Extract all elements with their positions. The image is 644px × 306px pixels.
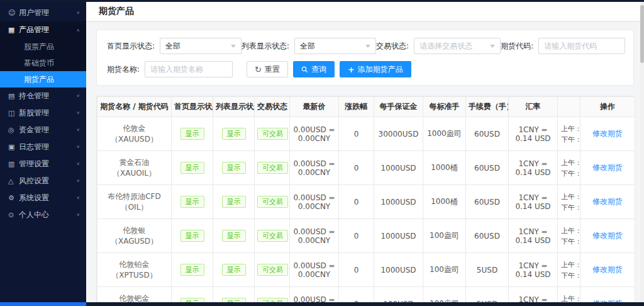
trade-time-afternoon: 下午： <box>561 168 577 179</box>
action-cell: 修改期货 <box>580 253 635 287</box>
futures-name-cell: 黄金石油（XAUOIL） <box>97 151 172 185</box>
table-row: 伦敦铂金（XPTUSD）显示显示可交易0.00USD = 0.00CNY0100… <box>97 253 635 287</box>
chevron-up-icon: ∧ <box>76 28 80 32</box>
plus-icon: + <box>348 65 355 74</box>
column-header: 汇率 <box>509 97 558 117</box>
futures-name-cell: 伦敦金（XAUUSD） <box>97 117 172 151</box>
edit-futures-link[interactable]: 修改期货 <box>592 129 623 138</box>
sidebar-item-label: 新股管理 <box>19 108 76 118</box>
std-lot-cell: 1000盎司 <box>423 117 466 151</box>
search-button-label: 查询 <box>311 64 326 75</box>
column-header: 首页显示状态 <box>172 97 213 117</box>
fee-cell: 60USD <box>466 151 509 185</box>
table-row: 伦敦银（XAGUSD）显示显示可交易0.00USD = 0.00CNY01000… <box>97 219 635 253</box>
fee-cell: 5USD <box>466 253 509 287</box>
filter-group-futures-name: 期货名称: <box>107 61 233 77</box>
sidebar-subitem-label: 基础货币 <box>24 58 54 69</box>
app-root: ☺用户管理∨▦产品管理∧股票产品基础货币期货产品▤持仓管理∨◫新股管理∨◎资金管… <box>0 2 644 302</box>
column-header: 每手保证金 <box>374 97 423 117</box>
page-header: 期货产品 <box>86 2 644 21</box>
page-scrollbar[interactable] <box>640 2 644 302</box>
sidebar-item-label: 产品管理 <box>19 25 76 35</box>
sidebar-item-personal-center[interactable]: ⊙个人中心∨ <box>0 207 86 224</box>
home-display-badge: 显示 <box>180 264 204 276</box>
sidebar-subitem-base-currency[interactable]: 基础货币 <box>0 55 86 71</box>
search-button[interactable]: 查询 <box>293 61 335 77</box>
table-row: 伦敦钯金（XPDUSD）显示显示可交易0.00USD = 0.00CNY0100… <box>97 287 635 303</box>
std-lot-cell: 1000桶 <box>423 151 466 185</box>
edit-futures-link[interactable]: 修改期货 <box>592 265 623 274</box>
filter-group-futures-code: 期货代码: <box>501 38 625 54</box>
action-cell: 修改期货 <box>580 117 635 151</box>
rate-cell: 1CNY = 0.14 USD <box>509 287 558 303</box>
page-title: 期货产品 <box>99 6 134 17</box>
sidebar-item-user-management[interactable]: ☺用户管理∨ <box>0 4 86 21</box>
trade-status-cell: 可交易 <box>255 219 290 253</box>
reset-button[interactable]: ↻ 重置 <box>247 61 288 77</box>
edit-futures-link[interactable]: 修改期货 <box>592 163 623 172</box>
filter-group-trade-status: 交易状态: 请选择交易状态 <box>376 38 501 54</box>
sidebar-subitem-futures-products[interactable]: 期货产品 <box>0 71 86 88</box>
column-header: 手续费（手） <box>466 97 509 117</box>
sidebar-item-risk-settings[interactable]: △风控设置∨ <box>0 173 86 190</box>
trade-status-select[interactable]: 请选择交易状态 <box>414 38 501 54</box>
sidebar-item-system-settings[interactable]: ⚙系统设置∨ <box>0 190 86 207</box>
futures-code-input[interactable] <box>538 38 625 54</box>
top-strip <box>0 0 644 2</box>
system-settings-icon: ⚙ <box>8 194 19 202</box>
sidebar-item-management-settings[interactable]: ▥管理设置∨ <box>0 156 86 173</box>
list-display-select[interactable]: 全部 <box>294 38 376 54</box>
trade-status-cell: 可交易 <box>255 287 290 303</box>
position-management-icon: ▤ <box>8 92 19 100</box>
trade-status-cell: 可交易 <box>255 253 290 287</box>
chevron-down-icon: ∨ <box>76 111 80 115</box>
home-display-badge: 显示 <box>180 298 204 302</box>
chevron-down-icon: ∨ <box>76 94 80 98</box>
tradable-badge: 可交易 <box>257 162 288 174</box>
column-header: 期货名称 / 期货代码 <box>97 97 172 117</box>
edit-futures-link[interactable]: 修改期货 <box>592 231 623 240</box>
home-display-select[interactable]: 全部 <box>160 38 242 54</box>
scrollbar-thumb[interactable] <box>640 5 644 63</box>
futures-name-cell: 伦敦铂金（XPTUSD） <box>97 253 172 287</box>
home-display-badge: 显示 <box>180 162 204 174</box>
trade-time-afternoon: 下午： <box>561 270 577 281</box>
chevron-down-icon <box>365 45 370 48</box>
trade-status-placeholder: 请选择交易状态 <box>419 41 472 52</box>
home-display-value: 全部 <box>165 41 180 52</box>
chevron-down-icon <box>231 45 236 48</box>
sidebar-subitem-stock-products[interactable]: 股票产品 <box>0 38 86 55</box>
action-cell: 修改期货 <box>580 185 635 219</box>
sidebar-item-label: 个人中心 <box>19 210 76 220</box>
sidebar-item-new-stock-management[interactable]: ◫新股管理∨ <box>0 105 86 122</box>
futures-name-label: 期货名称: <box>107 64 140 75</box>
home-display-cell: 显示 <box>172 253 213 287</box>
add-futures-button[interactable]: + 添加期货产品 <box>340 61 411 77</box>
home-display-badge: 显示 <box>180 196 204 208</box>
column-header: 操作 <box>580 97 635 117</box>
log-management-icon: ▣ <box>8 143 19 151</box>
list-display-cell: 显示 <box>213 219 255 253</box>
action-cell: 修改期货 <box>580 287 635 303</box>
margin-cell: 100USD <box>374 287 423 303</box>
sidebar-item-position-management[interactable]: ▤持仓管理∨ <box>0 88 86 105</box>
std-lot-cell: 1000桶 <box>423 185 466 219</box>
fund-management-icon: ◎ <box>8 126 19 134</box>
sidebar-item-log-management[interactable]: ▣日志管理∨ <box>0 139 86 156</box>
futures-name-input[interactable] <box>145 61 233 77</box>
list-display-badge: 显示 <box>222 230 246 242</box>
chevron-down-icon: ∨ <box>76 196 80 200</box>
trade-time-cell: 上午：下午： <box>558 117 580 151</box>
trade-time-afternoon: 下午： <box>561 236 577 247</box>
change-cell: 0 <box>339 253 374 287</box>
std-lot-cell: 100盎司 <box>423 253 466 287</box>
list-display-cell: 显示 <box>213 253 255 287</box>
table-header-row: 期货名称 / 期货代码首页显示状态列表显示状态交易状态最新价涨跌幅每手保证金每标… <box>97 97 635 117</box>
futures-table-card: 期货名称 / 期货代码首页显示状态列表显示状态交易状态最新价涨跌幅每手保证金每标… <box>96 96 634 302</box>
edit-futures-link[interactable]: 修改期货 <box>592 197 623 206</box>
product-management-icon: ▦ <box>8 26 19 34</box>
sidebar-item-product-management[interactable]: ▦产品管理∧ <box>0 21 86 38</box>
trade-status-cell: 可交易 <box>255 185 290 219</box>
sidebar-item-fund-management[interactable]: ◎资金管理∨ <box>0 122 86 139</box>
std-lot-cell: 100盎司 <box>423 287 466 303</box>
